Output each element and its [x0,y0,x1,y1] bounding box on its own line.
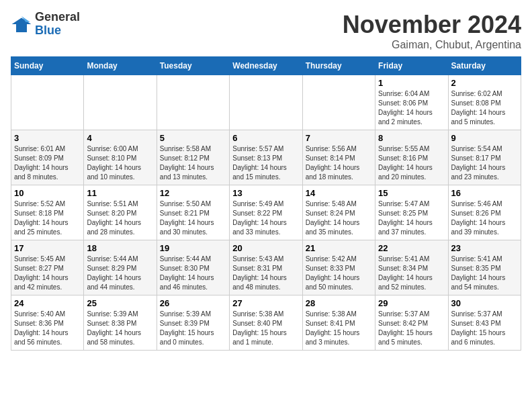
day-info: Sunrise: 5:38 AM Sunset: 8:41 PM Dayligh… [306,310,372,347]
day-info: Sunrise: 5:40 AM Sunset: 8:36 PM Dayligh… [14,310,81,347]
logo: General Blue [11,11,80,38]
calendar-cell: 13Sunrise: 5:49 AM Sunset: 8:22 PM Dayli… [230,185,302,240]
day-info: Sunrise: 5:48 AM Sunset: 8:24 PM Dayligh… [306,199,372,237]
calendar-cell: 22Sunrise: 5:41 AM Sunset: 8:34 PM Dayli… [375,240,448,295]
day-number: 11 [87,188,153,198]
day-number: 21 [306,243,372,253]
logo-blue: Blue [35,24,61,37]
calendar-week-row: 1Sunrise: 6:04 AM Sunset: 8:06 PM Daylig… [11,75,521,130]
day-number: 8 [378,133,445,143]
weekday-header: Friday [375,57,448,75]
day-info: Sunrise: 5:51 AM Sunset: 8:20 PM Dayligh… [87,199,153,237]
calendar-cell: 16Sunrise: 5:46 AM Sunset: 8:26 PM Dayli… [448,185,521,240]
calendar-cell: 19Sunrise: 5:44 AM Sunset: 8:30 PM Dayli… [157,240,229,295]
day-info: Sunrise: 6:04 AM Sunset: 8:06 PM Dayligh… [378,89,445,127]
day-number: 26 [160,298,226,308]
calendar-cell: 4Sunrise: 6:00 AM Sunset: 8:10 PM Daylig… [84,130,157,185]
calendar-week-row: 17Sunrise: 5:45 AM Sunset: 8:27 PM Dayli… [11,240,521,295]
calendar-cell: 12Sunrise: 5:50 AM Sunset: 8:21 PM Dayli… [157,185,229,240]
location: Gaiman, Chubut, Argentina [343,39,521,51]
weekday-header: Monday [84,57,157,75]
day-number: 6 [232,133,299,143]
day-number: 25 [87,298,153,308]
day-number: 1 [378,78,445,88]
logo-bird-icon [11,13,32,35]
day-info: Sunrise: 5:41 AM Sunset: 8:34 PM Dayligh… [378,255,445,292]
day-number: 29 [378,298,445,308]
day-info: Sunrise: 5:57 AM Sunset: 8:13 PM Dayligh… [232,144,299,182]
day-info: Sunrise: 5:49 AM Sunset: 8:22 PM Dayligh… [232,199,299,237]
day-number: 3 [14,133,81,143]
month-title: November 2024 [343,11,521,39]
weekday-header: Sunday [11,57,84,75]
day-number: 7 [306,133,372,143]
day-info: Sunrise: 5:39 AM Sunset: 8:38 PM Dayligh… [87,310,153,347]
calendar-cell: 17Sunrise: 5:45 AM Sunset: 8:27 PM Dayli… [11,240,84,295]
calendar-cell [157,75,229,130]
calendar-cell: 24Sunrise: 5:40 AM Sunset: 8:36 PM Dayli… [11,295,84,351]
day-number: 14 [306,188,372,198]
day-info: Sunrise: 5:37 AM Sunset: 8:42 PM Dayligh… [378,310,445,347]
calendar-cell [302,75,375,130]
calendar-cell: 23Sunrise: 5:41 AM Sunset: 8:35 PM Dayli… [448,240,521,295]
calendar-week-row: 24Sunrise: 5:40 AM Sunset: 8:36 PM Dayli… [11,295,521,351]
day-number: 16 [451,188,518,198]
calendar-cell: 5Sunrise: 5:58 AM Sunset: 8:12 PM Daylig… [157,130,229,185]
day-number: 17 [14,243,81,253]
calendar-cell: 18Sunrise: 5:44 AM Sunset: 8:29 PM Dayli… [84,240,157,295]
day-info: Sunrise: 5:58 AM Sunset: 8:12 PM Dayligh… [160,144,226,182]
day-number: 27 [232,298,299,308]
day-info: Sunrise: 6:02 AM Sunset: 8:08 PM Dayligh… [451,89,518,127]
day-number: 13 [232,188,299,198]
day-info: Sunrise: 5:50 AM Sunset: 8:21 PM Dayligh… [160,199,226,237]
day-number: 4 [87,133,153,143]
day-info: Sunrise: 5:37 AM Sunset: 8:43 PM Dayligh… [451,310,518,347]
day-number: 20 [232,243,299,253]
day-info: Sunrise: 5:38 AM Sunset: 8:40 PM Dayligh… [232,310,299,347]
calendar-cell: 28Sunrise: 5:38 AM Sunset: 8:41 PM Dayli… [302,295,375,351]
day-number: 9 [451,133,518,143]
calendar-cell: 15Sunrise: 5:47 AM Sunset: 8:25 PM Dayli… [375,185,448,240]
calendar-cell: 9Sunrise: 5:54 AM Sunset: 8:17 PM Daylig… [448,130,521,185]
weekday-header: Saturday [448,57,521,75]
calendar-cell: 26Sunrise: 5:39 AM Sunset: 8:39 PM Dayli… [157,295,229,351]
day-number: 15 [378,188,445,198]
weekday-header: Wednesday [230,57,302,75]
day-info: Sunrise: 5:41 AM Sunset: 8:35 PM Dayligh… [451,255,518,292]
day-info: Sunrise: 5:56 AM Sunset: 8:14 PM Dayligh… [306,144,372,182]
day-info: Sunrise: 6:01 AM Sunset: 8:09 PM Dayligh… [14,144,81,182]
calendar-cell: 6Sunrise: 5:57 AM Sunset: 8:13 PM Daylig… [230,130,302,185]
weekday-header: Thursday [302,57,375,75]
calendar-week-row: 10Sunrise: 5:52 AM Sunset: 8:18 PM Dayli… [11,185,521,240]
day-number: 28 [306,298,372,308]
day-info: Sunrise: 5:44 AM Sunset: 8:29 PM Dayligh… [87,255,153,292]
calendar-cell: 1Sunrise: 6:04 AM Sunset: 8:06 PM Daylig… [375,75,448,130]
day-info: Sunrise: 5:44 AM Sunset: 8:30 PM Dayligh… [160,255,226,292]
title-area: November 2024 Gaiman, Chubut, Argentina [343,11,521,51]
calendar-cell: 21Sunrise: 5:42 AM Sunset: 8:33 PM Dayli… [302,240,375,295]
calendar-cell: 7Sunrise: 5:56 AM Sunset: 8:14 PM Daylig… [302,130,375,185]
day-info: Sunrise: 5:45 AM Sunset: 8:27 PM Dayligh… [14,255,81,292]
calendar-cell: 10Sunrise: 5:52 AM Sunset: 8:18 PM Dayli… [11,185,84,240]
calendar-cell: 29Sunrise: 5:37 AM Sunset: 8:42 PM Dayli… [375,295,448,351]
calendar-cell [11,75,84,130]
calendar-cell: 2Sunrise: 6:02 AM Sunset: 8:08 PM Daylig… [448,75,521,130]
svg-marker-0 [12,17,32,32]
calendar-cell [84,75,157,130]
day-info: Sunrise: 6:00 AM Sunset: 8:10 PM Dayligh… [87,144,153,182]
day-info: Sunrise: 5:39 AM Sunset: 8:39 PM Dayligh… [160,310,226,347]
day-number: 18 [87,243,153,253]
calendar-week-row: 3Sunrise: 6:01 AM Sunset: 8:09 PM Daylig… [11,130,521,185]
calendar-cell: 30Sunrise: 5:37 AM Sunset: 8:43 PM Dayli… [448,295,521,351]
calendar-cell: 25Sunrise: 5:39 AM Sunset: 8:38 PM Dayli… [84,295,157,351]
logo-general: General [35,10,80,24]
day-number: 10 [14,188,81,198]
weekday-header: Tuesday [157,57,229,75]
day-number: 12 [160,188,226,198]
calendar: SundayMondayTuesdayWednesdayThursdayFrid… [11,56,521,351]
day-info: Sunrise: 5:47 AM Sunset: 8:25 PM Dayligh… [378,199,445,237]
day-number: 5 [160,133,226,143]
calendar-cell: 27Sunrise: 5:38 AM Sunset: 8:40 PM Dayli… [230,295,302,351]
calendar-cell: 14Sunrise: 5:48 AM Sunset: 8:24 PM Dayli… [302,185,375,240]
day-number: 22 [378,243,445,253]
